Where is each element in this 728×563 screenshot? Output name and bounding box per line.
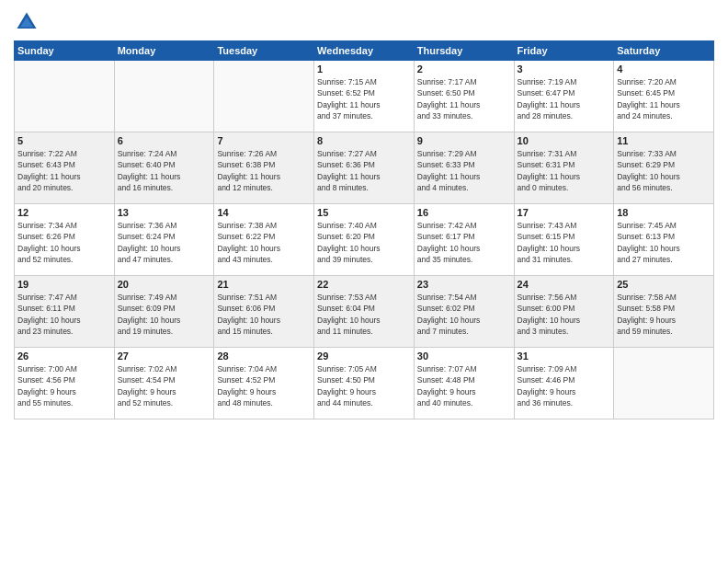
week-row-4: 19Sunrise: 7:47 AMSunset: 6:11 PMDayligh… [15, 276, 714, 348]
sun-info: Sunrise: 7:05 AMSunset: 4:50 PMDaylight:… [317, 363, 411, 408]
calendar-cell: 11Sunrise: 7:33 AMSunset: 6:29 PMDayligh… [614, 132, 714, 204]
sun-info: Sunrise: 7:02 AMSunset: 4:54 PMDaylight:… [118, 363, 211, 408]
day-number: 18 [617, 207, 711, 218]
calendar-cell: 27Sunrise: 7:02 AMSunset: 4:54 PMDayligh… [114, 348, 214, 419]
calendar-cell: 12Sunrise: 7:34 AMSunset: 6:26 PMDayligh… [15, 204, 115, 276]
day-number: 17 [518, 207, 611, 218]
calendar-cell: 14Sunrise: 7:38 AMSunset: 6:22 PMDayligh… [214, 204, 314, 276]
sun-info: Sunrise: 7:31 AMSunset: 6:31 PMDaylight:… [518, 148, 611, 193]
sun-info: Sunrise: 7:04 AMSunset: 4:52 PMDaylight:… [217, 363, 311, 408]
calendar-cell: 2Sunrise: 7:17 AMSunset: 6:50 PMDaylight… [414, 61, 514, 132]
day-number: 21 [217, 279, 311, 290]
weekday-header-sunday: Sunday [15, 41, 115, 61]
sun-info: Sunrise: 7:29 AMSunset: 6:33 PMDaylight:… [417, 148, 511, 193]
day-number: 3 [518, 63, 611, 75]
calendar-cell: 16Sunrise: 7:42 AMSunset: 6:17 PMDayligh… [414, 204, 514, 276]
sun-info: Sunrise: 7:47 AMSunset: 6:11 PMDaylight:… [17, 292, 111, 337]
sun-info: Sunrise: 7:09 AMSunset: 4:46 PMDaylight:… [518, 363, 611, 408]
day-number: 15 [317, 207, 411, 218]
day-number: 6 [118, 135, 211, 146]
weekday-header-friday: Friday [514, 41, 614, 61]
sun-info: Sunrise: 7:51 AMSunset: 6:06 PMDaylight:… [217, 292, 311, 337]
calendar-cell: 18Sunrise: 7:45 AMSunset: 6:13 PMDayligh… [614, 204, 714, 276]
day-number: 20 [118, 279, 211, 290]
calendar-cell: 23Sunrise: 7:54 AMSunset: 6:02 PMDayligh… [414, 276, 514, 348]
day-number: 27 [118, 350, 211, 362]
weekday-header-tuesday: Tuesday [214, 41, 314, 61]
sun-info: Sunrise: 7:27 AMSunset: 6:36 PMDaylight:… [317, 148, 411, 193]
calendar-cell: 24Sunrise: 7:56 AMSunset: 6:00 PMDayligh… [514, 276, 614, 348]
sun-info: Sunrise: 7:07 AMSunset: 4:48 PMDaylight:… [417, 363, 511, 408]
sun-info: Sunrise: 7:34 AMSunset: 6:26 PMDaylight:… [17, 220, 111, 265]
calendar-cell: 15Sunrise: 7:40 AMSunset: 6:20 PMDayligh… [314, 204, 415, 276]
calendar-cell: 8Sunrise: 7:27 AMSunset: 6:36 PMDaylight… [314, 132, 415, 204]
calendar-table: SundayMondayTuesdayWednesdayThursdayFrid… [14, 40, 714, 419]
calendar-cell: 22Sunrise: 7:53 AMSunset: 6:04 PMDayligh… [314, 276, 415, 348]
day-number: 30 [417, 350, 511, 362]
sun-info: Sunrise: 7:15 AMSunset: 6:52 PMDaylight:… [317, 76, 411, 121]
sun-info: Sunrise: 7:42 AMSunset: 6:17 PMDaylight:… [417, 220, 511, 265]
calendar-cell: 4Sunrise: 7:20 AMSunset: 6:45 PMDaylight… [614, 61, 714, 132]
day-number: 13 [118, 207, 211, 218]
calendar-cell: 30Sunrise: 7:07 AMSunset: 4:48 PMDayligh… [414, 348, 514, 419]
sun-info: Sunrise: 7:49 AMSunset: 6:09 PMDaylight:… [118, 292, 211, 337]
calendar-cell: 9Sunrise: 7:29 AMSunset: 6:33 PMDaylight… [414, 132, 514, 204]
sun-info: Sunrise: 7:33 AMSunset: 6:29 PMDaylight:… [617, 148, 711, 193]
day-number: 9 [417, 135, 511, 146]
calendar-cell: 1Sunrise: 7:15 AMSunset: 6:52 PMDaylight… [314, 61, 415, 132]
sun-info: Sunrise: 7:26 AMSunset: 6:38 PMDaylight:… [217, 148, 311, 193]
sun-info: Sunrise: 7:00 AMSunset: 4:56 PMDaylight:… [17, 363, 111, 408]
calendar-cell: 3Sunrise: 7:19 AMSunset: 6:47 PMDaylight… [514, 61, 614, 132]
day-number: 7 [217, 135, 311, 146]
week-row-3: 12Sunrise: 7:34 AMSunset: 6:26 PMDayligh… [15, 204, 714, 276]
sun-info: Sunrise: 7:17 AMSunset: 6:50 PMDaylight:… [417, 76, 511, 121]
day-number: 26 [17, 350, 111, 362]
weekday-header-wednesday: Wednesday [314, 41, 415, 61]
logo [14, 9, 43, 35]
day-number: 16 [417, 207, 511, 218]
calendar-cell: 28Sunrise: 7:04 AMSunset: 4:52 PMDayligh… [214, 348, 314, 419]
sun-info: Sunrise: 7:40 AMSunset: 6:20 PMDaylight:… [317, 220, 411, 265]
sun-info: Sunrise: 7:45 AMSunset: 6:13 PMDaylight:… [617, 220, 711, 265]
day-number: 11 [617, 135, 711, 146]
sun-info: Sunrise: 7:20 AMSunset: 6:45 PMDaylight:… [617, 76, 711, 121]
calendar-cell [114, 61, 214, 132]
day-number: 24 [518, 279, 611, 290]
sun-info: Sunrise: 7:19 AMSunset: 6:47 PMDaylight:… [518, 76, 611, 121]
day-number: 8 [317, 135, 411, 146]
calendar-cell: 20Sunrise: 7:49 AMSunset: 6:09 PMDayligh… [114, 276, 214, 348]
day-number: 14 [217, 207, 311, 218]
week-row-5: 26Sunrise: 7:00 AMSunset: 4:56 PMDayligh… [15, 348, 714, 419]
weekday-header-saturday: Saturday [614, 41, 714, 61]
sun-info: Sunrise: 7:24 AMSunset: 6:40 PMDaylight:… [118, 148, 211, 193]
calendar-cell: 17Sunrise: 7:43 AMSunset: 6:15 PMDayligh… [514, 204, 614, 276]
calendar-cell: 6Sunrise: 7:24 AMSunset: 6:40 PMDaylight… [114, 132, 214, 204]
page: SundayMondayTuesdayWednesdayThursdayFrid… [0, 0, 728, 563]
sun-info: Sunrise: 7:38 AMSunset: 6:22 PMDaylight:… [217, 220, 311, 265]
calendar-cell: 19Sunrise: 7:47 AMSunset: 6:11 PMDayligh… [15, 276, 115, 348]
day-number: 19 [17, 279, 111, 290]
weekday-header-monday: Monday [114, 41, 214, 61]
calendar-cell: 10Sunrise: 7:31 AMSunset: 6:31 PMDayligh… [514, 132, 614, 204]
calendar-cell [214, 61, 314, 132]
calendar-cell: 13Sunrise: 7:36 AMSunset: 6:24 PMDayligh… [114, 204, 214, 276]
day-number: 5 [17, 135, 111, 146]
day-number: 29 [317, 350, 411, 362]
weekday-header-row: SundayMondayTuesdayWednesdayThursdayFrid… [15, 41, 714, 61]
day-number: 2 [417, 63, 511, 75]
day-number: 23 [417, 279, 511, 290]
calendar-cell: 29Sunrise: 7:05 AMSunset: 4:50 PMDayligh… [314, 348, 415, 419]
sun-info: Sunrise: 7:53 AMSunset: 6:04 PMDaylight:… [317, 292, 411, 337]
week-row-2: 5Sunrise: 7:22 AMSunset: 6:43 PMDaylight… [15, 132, 714, 204]
calendar-cell [15, 61, 115, 132]
calendar-cell: 21Sunrise: 7:51 AMSunset: 6:06 PMDayligh… [214, 276, 314, 348]
sun-info: Sunrise: 7:22 AMSunset: 6:43 PMDaylight:… [17, 148, 111, 193]
day-number: 4 [617, 63, 711, 75]
sun-info: Sunrise: 7:54 AMSunset: 6:02 PMDaylight:… [417, 292, 511, 337]
day-number: 1 [317, 63, 411, 75]
day-number: 31 [518, 350, 611, 362]
day-number: 25 [617, 279, 711, 290]
header [14, 9, 714, 35]
day-number: 10 [518, 135, 611, 146]
calendar-cell: 26Sunrise: 7:00 AMSunset: 4:56 PMDayligh… [15, 348, 115, 419]
